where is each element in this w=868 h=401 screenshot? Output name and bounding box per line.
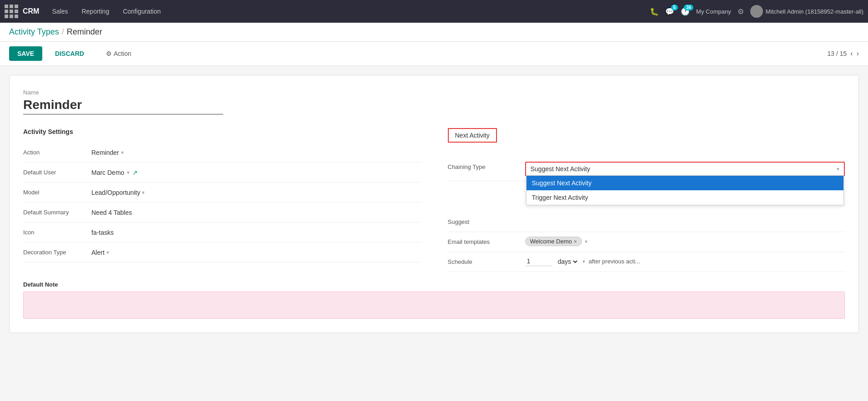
model-select-wrapper[interactable]: Lead/Opportunity ▾	[91, 189, 421, 196]
action-row: Action Reminder ▾	[23, 143, 421, 163]
save-button[interactable]: SAVE	[9, 46, 42, 61]
model-row: Model Lead/Opportunity ▾	[23, 183, 421, 203]
toolbar: SAVE DISCARD ⚙ Action 13 / 15 ‹ ›	[0, 42, 868, 66]
nav-prev-button[interactable]: ‹	[850, 50, 853, 58]
schedule-label: Schedule	[448, 257, 521, 265]
breadcrumb: Activity Types / Reminder	[0, 23, 868, 42]
schedule-controls: days ▾ after previous acti...	[525, 257, 845, 266]
default-user-chevron-icon: ▾	[127, 169, 130, 176]
chaining-type-label: Chaining Type	[448, 162, 521, 170]
schedule-unit-chevron-icon: ▾	[582, 258, 585, 265]
form-grid: Activity Settings Action Reminder ▾ Defa…	[23, 128, 845, 272]
email-templates-tags: Welcome Demo × ▾	[525, 237, 845, 246]
external-link-icon[interactable]: ↗	[132, 169, 138, 176]
schedule-input[interactable]	[525, 257, 552, 266]
breadcrumb-parent[interactable]: Activity Types	[9, 27, 59, 37]
schedule-value: days ▾ after previous acti...	[525, 257, 845, 266]
schedule-after-text: after previous acti...	[589, 258, 640, 265]
default-summary-text: Need 4 Tables	[91, 209, 132, 216]
menu-sales[interactable]: Sales	[45, 5, 74, 18]
decoration-type-value: Alert ▾	[91, 249, 421, 256]
default-note-section: Default Note	[23, 281, 845, 319]
icon-value[interactable]: fa-tasks	[91, 229, 421, 236]
breadcrumb-separator: /	[62, 27, 64, 37]
chaining-type-value: Suggest Next Activity ▾ Suggest Next Act…	[525, 162, 845, 176]
name-value[interactable]: Reminder	[23, 98, 223, 114]
clock-icon[interactable]: 🕐 36	[681, 7, 690, 16]
decoration-type-text: Alert	[91, 249, 105, 256]
next-activity-header: Next Activity	[448, 128, 845, 150]
settings-icon[interactable]: ⚙	[738, 7, 744, 16]
company-selector[interactable]: My Company	[696, 8, 731, 15]
user-menu[interactable]: Mitchell Admin (18158952-master-all)	[750, 5, 863, 18]
activity-settings-title: Activity Settings	[23, 128, 421, 135]
bug-icon[interactable]: 🐛	[650, 7, 659, 16]
icon-text: fa-tasks	[91, 229, 114, 236]
default-summary-value[interactable]: Need 4 Tables	[91, 209, 421, 216]
default-user-row: Default User Marc Demo ▾ ↗	[23, 163, 421, 183]
brand-name: CRM	[23, 7, 39, 15]
discard-button[interactable]: DISCARD	[47, 46, 92, 61]
default-user-text: Marc Demo	[91, 169, 124, 176]
chaining-chevron-icon: ▾	[837, 166, 839, 172]
email-template-tag-text: Welcome Demo	[530, 238, 572, 245]
action-value: Reminder ▾	[91, 149, 421, 156]
svg-point-1	[752, 14, 761, 18]
default-summary-label: Default Summary	[23, 209, 87, 216]
nav-next-button[interactable]: ›	[857, 50, 859, 58]
email-templates-label: Email templates	[448, 237, 521, 245]
chat-badge: 5	[671, 5, 678, 10]
default-note-label: Default Note	[23, 281, 845, 288]
email-templates-row: Email templates Welcome Demo × ▾	[448, 232, 845, 252]
top-navigation: CRM Sales Reporting Configuration 🐛 💬 5 …	[0, 0, 868, 23]
email-templates-chevron-icon: ▾	[585, 238, 587, 245]
model-label: Model	[23, 189, 87, 196]
model-value: Lead/Opportunity ▾	[91, 189, 421, 196]
decoration-type-row: Decoration Type Alert ▾	[23, 243, 421, 262]
svg-point-0	[754, 7, 759, 12]
right-section: Next Activity Chaining Type Suggest Next…	[448, 128, 845, 272]
icon-label: Icon	[23, 229, 87, 236]
email-templates-value: Welcome Demo × ▾	[525, 237, 845, 246]
grid-icon	[5, 5, 18, 18]
default-user-value: Marc Demo ▾ ↗	[91, 169, 421, 176]
default-summary-row: Default Summary Need 4 Tables	[23, 203, 421, 223]
nav-position: 13 / 15	[828, 50, 847, 57]
left-section: Activity Settings Action Reminder ▾ Defa…	[23, 128, 421, 272]
menu-reporting[interactable]: Reporting	[75, 5, 115, 18]
default-user-label: Default User	[23, 169, 87, 176]
action-label: Action	[114, 50, 131, 57]
action-label: Action	[23, 149, 87, 156]
icon-row: Icon fa-tasks	[23, 223, 421, 243]
user-name: Mitchell Admin (18158952-master-all)	[766, 8, 863, 15]
action-chevron-icon: ▾	[121, 149, 124, 156]
chaining-type-text: Suggest Next Activity	[531, 165, 591, 173]
chaining-type-row: Chaining Type Suggest Next Activity ▾ Su…	[448, 157, 845, 181]
schedule-unit-select[interactable]: days	[556, 257, 579, 266]
avatar	[750, 5, 763, 18]
gear-icon: ⚙	[106, 50, 112, 57]
model-chevron-icon: ▾	[142, 189, 145, 196]
chat-icon[interactable]: 💬 5	[665, 7, 674, 16]
brand-logo[interactable]: CRM	[5, 5, 39, 18]
main-content: Name Reminder Activity Settings Action R…	[0, 66, 868, 401]
decoration-type-select-wrapper[interactable]: Alert ▾	[91, 249, 421, 256]
name-field: Name Reminder	[23, 89, 845, 114]
chaining-option-suggest[interactable]: Suggest Next Activity	[527, 176, 844, 190]
model-text: Lead/Opportunity	[91, 189, 140, 196]
chaining-type-header[interactable]: Suggest Next Activity ▾	[526, 163, 844, 175]
chaining-option-trigger[interactable]: Trigger Next Activity	[527, 190, 844, 205]
chaining-type-select[interactable]: Suggest Next Activity ▾ Suggest Next Act…	[525, 162, 845, 176]
decoration-type-chevron-icon: ▾	[106, 249, 109, 256]
schedule-row: Schedule days ▾ after previous acti...	[448, 252, 845, 272]
action-menu[interactable]: ⚙ Action	[106, 50, 131, 57]
breadcrumb-current: Reminder	[67, 27, 102, 37]
clock-badge: 36	[684, 5, 693, 10]
form-card: Name Reminder Activity Settings Action R…	[9, 75, 859, 333]
action-text: Reminder	[91, 149, 119, 156]
default-note-textarea[interactable]	[23, 292, 845, 319]
menu-configuration[interactable]: Configuration	[116, 5, 167, 18]
name-label: Name	[23, 89, 845, 96]
action-select-wrapper[interactable]: Reminder ▾	[91, 149, 421, 156]
email-template-remove-button[interactable]: ×	[574, 238, 577, 245]
